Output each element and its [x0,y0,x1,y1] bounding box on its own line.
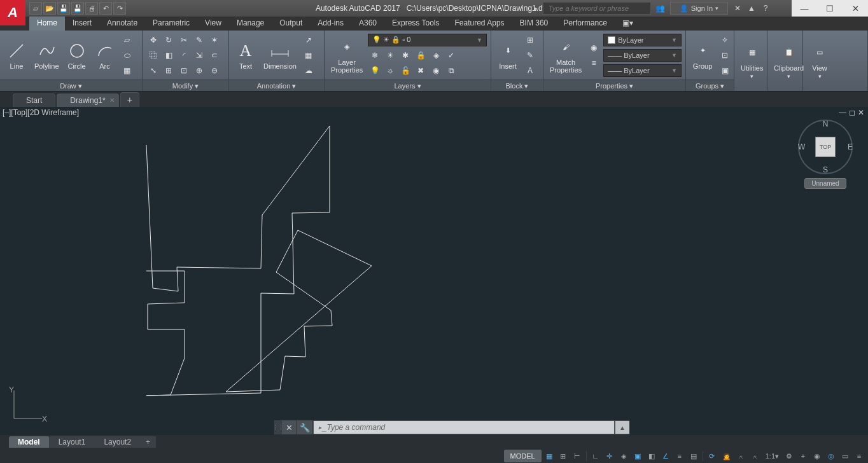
save-icon[interactable]: 💾 [57,2,70,15]
panel-modify-label[interactable]: Modify ▾ [143,79,228,91]
transparency-icon[interactable]: ▤ [687,450,700,462]
utilities-button[interactable]: ▦Utilities▾ [738,41,766,81]
customize-icon[interactable]: ≡ [853,450,865,462]
rectangle-icon[interactable]: ▱ [120,33,134,47]
cube-face[interactable]: TOP [815,137,836,157]
tab-output[interactable]: Output [272,17,310,31]
layon-icon[interactable]: 💡 [368,64,382,78]
plot-icon[interactable]: 🖨 [85,2,98,15]
tab-expresstools[interactable]: Express Tools [384,17,447,31]
exchange-icon[interactable]: ✕ [732,3,743,14]
tab-bim360[interactable]: BIM 360 [512,17,556,31]
compass[interactable]: N S E W TOP [798,120,853,174]
minimize-button[interactable]: — [792,0,817,17]
hatch-icon[interactable]: ▦ [120,64,134,78]
search-input[interactable] [543,2,651,15]
tab-drawing1[interactable]: Drawing1*✕ [57,93,118,107]
mirror-icon[interactable]: ◧ [162,48,176,62]
laydel-icon[interactable]: ✖ [414,64,428,78]
3dosnap-icon[interactable]: ◧ [645,450,658,462]
scale-icon[interactable]: ⤡ [146,64,160,78]
tab-featuredapps[interactable]: Featured Apps [447,17,512,31]
ellipse-icon[interactable]: ⬭ [120,48,134,62]
isolate-icon[interactable]: ◎ [825,450,837,462]
iso-icon[interactable]: ◈ [617,450,630,462]
maximize-button[interactable]: ☐ [817,0,843,17]
close-tab-icon[interactable]: ✕ [109,97,115,104]
copy-icon[interactable]: ⿻ [146,48,160,62]
move-icon[interactable]: ✥ [146,33,160,47]
clipboard-button[interactable]: 📋Clipboard▾ [771,41,806,81]
cmd-history-icon[interactable]: ▲ [615,421,629,434]
tab-start[interactable]: Start [13,93,55,107]
cloud-icon[interactable]: ☁ [302,64,316,78]
saveas-icon[interactable]: 💾 [71,2,84,15]
line-button[interactable]: Line [4,39,29,71]
cmd-close-icon[interactable]: ✕ [282,420,297,434]
cleanscreen-icon[interactable]: ▭ [839,450,851,462]
layerprops-button[interactable]: ◈Layer Properties [328,36,365,75]
workspace-icon[interactable]: ⚙ [783,450,795,462]
tab-annotate[interactable]: Annotate [99,17,145,31]
tab-home[interactable]: Home [29,17,65,31]
matchprops-button[interactable]: 🖌Match Properties [547,36,584,75]
arc-button[interactable]: Arc [92,39,118,71]
edit-block-icon[interactable]: ✎ [523,48,537,62]
layulk-icon[interactable]: 🔓 [398,64,412,78]
tab-layout2[interactable]: Layout2 [95,436,141,448]
panel-layers-label[interactable]: Layers ▾ [325,79,491,91]
cmd-drag-handle[interactable]: ⋮⋮ [274,420,282,434]
layoff-icon[interactable]: ❄ [368,48,382,62]
lwt-icon[interactable]: ≡ [673,450,686,462]
panel-draw-label[interactable]: Draw ▾ [0,79,142,91]
search-play-icon[interactable]: ▸ [530,3,542,14]
layer-combo[interactable]: 💡 ☀ 🔒 ▫ 0▼ [368,34,487,46]
panel-block-label[interactable]: Block ▾ [491,79,543,91]
array-icon[interactable]: ⊞ [162,64,176,78]
add-layout-button[interactable]: + [141,436,156,448]
ortho-icon[interactable]: ∟ [589,450,602,462]
annoauto-icon[interactable]: ⍲ [749,450,762,462]
signin-button[interactable]: 👤 Sign In ▾ [670,2,728,15]
space-toggle[interactable]: MODEL [504,450,542,462]
cycling-icon[interactable]: ⟳ [706,450,718,462]
polar-icon[interactable]: ✛ [603,450,616,462]
erase-icon[interactable]: ✎ [192,33,206,47]
panel-groups-label[interactable]: Groups ▾ [686,79,734,91]
circle-button[interactable]: Circle [64,39,90,71]
laymch-icon[interactable]: ◈ [429,48,443,62]
tab-layout1[interactable]: Layout1 [50,436,95,448]
redo-icon[interactable]: ↷ [113,2,126,15]
grid-icon[interactable]: ▦ [543,450,556,462]
layiso-icon[interactable]: ☀ [383,48,397,62]
leader-icon[interactable]: ↗ [302,33,316,47]
laylck-icon[interactable]: 🔒 [414,48,428,62]
tab-manage[interactable]: Manage [229,17,272,31]
stretch-icon[interactable]: ⇲ [192,48,206,62]
layfrz-icon[interactable]: ✱ [398,48,412,62]
colorwheel-icon[interactable]: ◉ [587,41,601,55]
osnap-icon[interactable]: ▣ [631,450,644,462]
tab-insert[interactable]: Insert [65,17,99,31]
drawing-canvas[interactable]: [–][Top][2D Wireframe] — ◻ ✕ Y X N S E W… [0,107,868,435]
laycur-icon[interactable]: ✓ [444,48,458,62]
fillet-icon[interactable]: ◜ [177,48,191,62]
group-button[interactable]: ✦Group [690,39,715,71]
a360-icon[interactable]: ▲ [746,3,757,14]
groupbb-icon[interactable]: ▣ [718,64,732,78]
otrack-icon[interactable]: ∠ [659,450,672,462]
trim-icon[interactable]: ✂ [177,33,191,47]
hwacc-icon[interactable]: ◉ [811,450,823,462]
lineweight-combo[interactable]: —— ByLayer▼ [603,49,682,62]
view-button[interactable]: ▭View▾ [807,41,832,81]
attr-icon[interactable]: A [523,64,537,78]
ribbon-collapse-icon[interactable]: ▣▾ [615,17,641,31]
new-icon[interactable]: ▱ [29,2,42,15]
laythw-icon[interactable]: ☼ [383,64,397,78]
laywalk-icon[interactable]: ◉ [429,64,443,78]
scale-combo[interactable]: 1:1 ▾ [763,450,781,462]
offset-icon[interactable]: ⊂ [207,48,221,62]
laymrg-icon[interactable]: ⧉ [444,64,458,78]
join-icon[interactable]: ⊕ [192,64,206,78]
annomon-icon[interactable]: + [797,450,809,462]
